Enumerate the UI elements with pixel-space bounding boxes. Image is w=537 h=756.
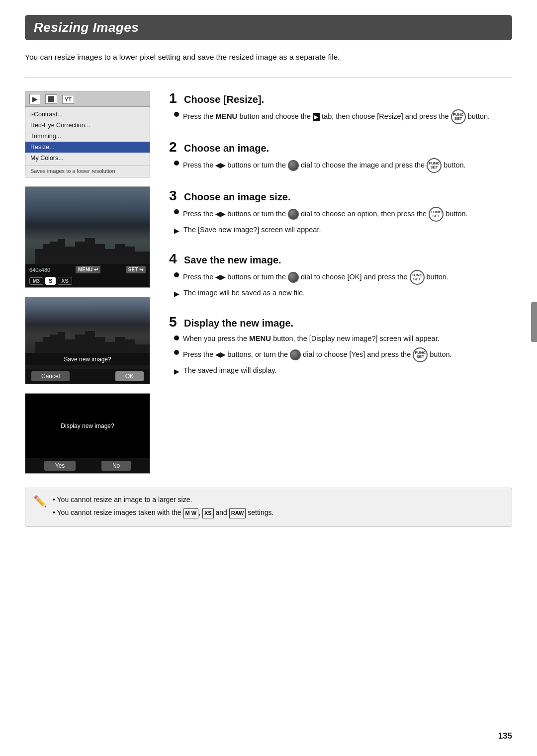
func-set-button-icon-2: FUNCSET — [427, 158, 442, 173]
main-content: ▶ ⬛ YT i-Contrast... Red-Eye Correction.… — [25, 91, 512, 483]
menu-item-resize: Resize... — [25, 142, 150, 153]
save-buttons-row: Cancel OK — [25, 369, 150, 384]
cancel-button[interactable]: Cancel — [31, 371, 70, 381]
page-number: 135 — [498, 731, 512, 741]
step-2-bullet-1: Press the ◀▶ buttons or turn the dial to… — [174, 158, 512, 173]
menu-items-list: i-Contrast... Red-Eye Correction... Trim… — [25, 107, 150, 166]
lr-arrows-icon-5: ◀▶ — [215, 350, 225, 360]
step-5-bullet-3-text: The saved image will display. — [183, 365, 277, 376]
menu-item-redeye: Red-Eye Correction... — [25, 120, 150, 131]
lr-arrows-icon-3: ◀▶ — [215, 209, 225, 219]
step-2-title: Choose an image. — [184, 143, 269, 154]
menu-item-mycolors: My Colors... — [25, 153, 150, 164]
step-5-number: 5 — [169, 315, 179, 329]
notes-text: • You cannot resize an image to a larger… — [53, 494, 273, 520]
step-1: 1 Choose [Resize]. Press the MENU button… — [169, 91, 512, 124]
step-4-title: Save the new image. — [184, 254, 281, 266]
menu-tab-play: ▶ — [29, 94, 40, 104]
dial-icon-3 — [288, 209, 299, 220]
size-s-btn: S — [45, 277, 56, 285]
arrow-icon-3: ▶ — [174, 226, 179, 236]
dial-icon-2 — [288, 160, 299, 171]
step-1-number: 1 — [169, 91, 179, 105]
step-1-bullet-1: Press the MENU button and choose the ▶ t… — [174, 109, 512, 124]
bullet-circle-icon — [174, 112, 179, 117]
note-1: • You cannot resize an image to a larger… — [53, 494, 273, 505]
size-640x480-label: 640x480 — [29, 267, 50, 273]
menu-tab-settings: YT — [62, 95, 74, 104]
note-2: • You cannot resize images taken with th… — [53, 507, 273, 518]
menu-top-bar: ▶ ⬛ YT — [25, 92, 150, 107]
step-5-bullet-3: ▶ The saved image will display. — [174, 365, 512, 377]
save-screenshot: Resize Save new image? Cancel OK — [25, 297, 150, 384]
step-3-number: 3 — [169, 189, 179, 203]
save-cityscape-silhouette — [25, 327, 150, 357]
set-button-indicator: SET ↪ — [126, 266, 146, 273]
step-5-bullet-2-text: Press the ◀▶ buttons, or turn the dial t… — [183, 347, 452, 362]
play-tab-icon: ▶ — [313, 113, 320, 121]
step-5-bullet-2: Press the ◀▶ buttons, or turn the dial t… — [174, 347, 512, 362]
menu-item-trimming: Trimming... — [25, 131, 150, 142]
menu-text-bold-5: MENU — [249, 334, 271, 342]
arrow-icon-4: ▶ — [174, 289, 179, 299]
bullet-circle-icon-3a — [174, 209, 179, 214]
step-5-header: 5 Display the new image. — [169, 315, 512, 329]
bullet-circle-icon-2 — [174, 161, 179, 166]
cityscape-silhouette — [25, 234, 150, 264]
size-xs-btn: XS — [58, 277, 72, 285]
lcd-bottom-bar-1: 640x480 MENU ↩ SET ↪ — [25, 264, 150, 275]
step-4-bullet-1: Press the ◀▶ buttons or turn the dial to… — [174, 270, 512, 285]
step-3: 3 Choose an image size. Press the ◀▶ but… — [169, 189, 512, 236]
inline-xs-box: XS — [202, 508, 214, 518]
size-m3-btn: M3 — [29, 277, 43, 285]
step-1-header: 1 Choose [Resize]. — [169, 91, 512, 105]
step-2-header: 2 Choose an image. — [169, 140, 512, 154]
step-3-bullet-2-text: The [Save new image?] screen will appear… — [183, 225, 321, 236]
page-title: Resizing Images — [34, 20, 503, 35]
step-5-bullet-1-text: When you press the MENU button, the [Dis… — [183, 333, 440, 344]
size-buttons-row: M3 S XS — [25, 275, 150, 287]
step-3-bullets: Press the ◀▶ buttons or turn the dial to… — [174, 207, 512, 236]
step-2-bullet-1-text: Press the ◀▶ buttons or turn the dial to… — [183, 158, 466, 173]
dial-icon-4 — [288, 272, 299, 283]
menu-item-icontrast: i-Contrast... — [25, 109, 150, 120]
screenshots-column: ▶ ⬛ YT i-Contrast... Red-Eye Correction.… — [25, 91, 154, 483]
menu-screenshot: ▶ ⬛ YT i-Contrast... Red-Eye Correction.… — [25, 91, 150, 177]
func-set-button-icon: FUNCSET — [451, 109, 466, 124]
save-image-area — [25, 297, 150, 357]
step-3-bullet-1-text: Press the ◀▶ buttons or turn the dial to… — [183, 207, 468, 222]
display-screenshot: Display new image? Yes No — [25, 393, 150, 474]
notes-box: ✏️ • You cannot resize an image to a lar… — [25, 488, 512, 527]
step-4-header: 4 Save the new image. — [169, 252, 512, 266]
arrow-icon-5: ▶ — [174, 366, 179, 377]
step-5-title: Display the new image. — [184, 318, 293, 329]
menu-button-indicator: MENU ↩ — [76, 266, 100, 273]
step-2-bullets: Press the ◀▶ buttons or turn the dial to… — [174, 158, 512, 173]
yes-button[interactable]: Yes — [44, 461, 76, 471]
func-set-button-icon-5: FUNCSET — [413, 347, 428, 362]
section-divider — [25, 77, 512, 78]
resize-size-screenshot: Resize 640x480 MENU ↩ SET ↪ M3 S XS — [25, 186, 150, 288]
step-4-bullet-2-text: The image will be saved as a new file. — [183, 288, 305, 299]
page-container: Resizing Images You can resize images to… — [0, 0, 537, 557]
step-4-bullets: Press the ◀▶ buttons or turn the dial to… — [174, 270, 512, 299]
step-5-bullet-1: When you press the MENU button, the [Dis… — [174, 333, 512, 344]
right-accent-bar — [531, 302, 537, 342]
step-3-bullet-1: Press the ◀▶ buttons or turn the dial to… — [174, 207, 512, 222]
step-5: 5 Display the new image. When you press … — [169, 315, 512, 377]
step-4: 4 Save the new image. Press the ◀▶ butto… — [169, 252, 512, 299]
step-3-header: 3 Choose an image size. — [169, 189, 512, 203]
step-4-bullet-1-text: Press the ◀▶ buttons or turn the dial to… — [183, 270, 448, 285]
menu-text-bold: MENU — [215, 112, 237, 120]
steps-column: 1 Choose [Resize]. Press the MENU button… — [154, 91, 512, 483]
step-4-number: 4 — [169, 252, 179, 266]
inline-raw-box: RAW — [229, 508, 246, 518]
menu-tab-print: ⬛ — [45, 94, 57, 104]
lcd-image-1 — [25, 187, 150, 264]
step-1-bullet-1-text: Press the MENU button and choose the ▶ t… — [183, 109, 490, 124]
intro-text: You can resize images to a lower pixel s… — [25, 51, 512, 63]
no-button[interactable]: No — [101, 461, 131, 471]
menu-desc: Saves images to a lower resolution — [25, 166, 150, 177]
ok-button[interactable]: OK — [115, 371, 144, 381]
func-set-button-icon-4: FUNCSET — [410, 270, 425, 285]
